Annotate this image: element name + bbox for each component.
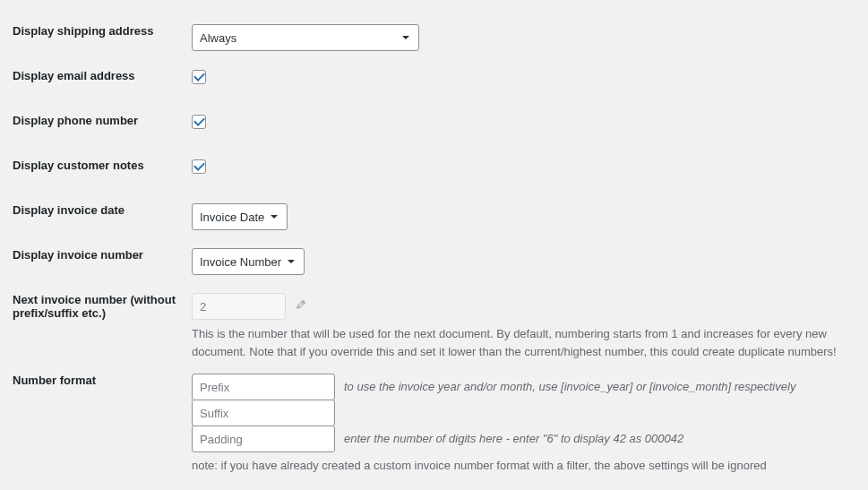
shipping-address-select[interactable]: Always (192, 24, 419, 51)
customer-notes-checkbox[interactable] (192, 159, 206, 174)
invoice-number-label: Display invoice number (13, 235, 192, 279)
next-invoice-label: Next invoice number (without prefix/suff… (13, 279, 192, 360)
email-address-label: Display email address (13, 56, 192, 100)
email-address-checkbox[interactable] (192, 70, 206, 84)
next-invoice-description: This is the number that will be used for… (192, 325, 859, 360)
next-invoice-input[interactable] (192, 293, 286, 320)
prefix-input[interactable] (192, 374, 335, 400)
settings-form-table: Display shipping address Always Display … (13, 11, 868, 472)
phone-number-checkbox[interactable] (192, 115, 206, 129)
prefix-hint: to use the invoice year and/or month, us… (344, 380, 795, 393)
invoice-date-label: Display invoice date (13, 190, 192, 235)
invoice-number-select[interactable]: Invoice Number (192, 248, 305, 275)
padding-hint: enter the number of digits here - enter … (344, 432, 683, 445)
shipping-address-label: Display shipping address (13, 11, 192, 56)
phone-number-label: Display phone number (13, 100, 192, 145)
padding-input[interactable] (192, 426, 335, 452)
customer-notes-label: Display customer notes (13, 145, 192, 190)
pencil-icon[interactable] (295, 298, 313, 316)
invoice-date-select[interactable]: Invoice Date (192, 203, 288, 230)
suffix-input[interactable] (192, 400, 335, 426)
number-format-label: Number format (13, 360, 192, 472)
number-format-note: note: if you have already created a cust… (192, 459, 859, 472)
